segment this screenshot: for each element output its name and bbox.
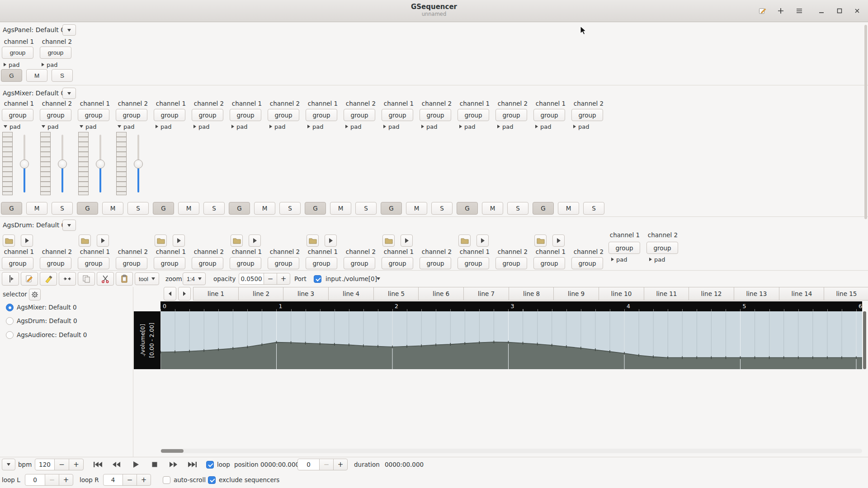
tab-line-10[interactable]: line 10 bbox=[599, 287, 644, 300]
mixer-pad-expander[interactable]: pad bbox=[156, 123, 171, 130]
mixer-volume-slider[interactable] bbox=[134, 132, 143, 195]
mixer-pad-expander[interactable]: pad bbox=[193, 123, 209, 130]
mixer-g-toggle[interactable]: G bbox=[457, 202, 478, 215]
drum-group-button[interactable]: group bbox=[40, 257, 71, 269]
mixer-s-toggle[interactable]: S bbox=[583, 202, 604, 215]
drum-play-button[interactable] bbox=[401, 235, 413, 247]
bpm-increment-button[interactable]: + bbox=[69, 459, 84, 470]
mixer-pad-expander[interactable]: pad bbox=[269, 123, 285, 130]
mixer-volume-slider[interactable] bbox=[96, 132, 105, 195]
mixer-group-button[interactable]: group bbox=[344, 109, 375, 121]
drum-group-button[interactable]: group bbox=[382, 257, 413, 269]
drum-open-button[interactable] bbox=[382, 235, 395, 247]
exclude-sequencers-checkbox[interactable] bbox=[208, 476, 216, 484]
mixer-group-button[interactable]: group bbox=[382, 109, 413, 121]
mixer-g-toggle[interactable]: G bbox=[305, 202, 326, 215]
cut-button[interactable] bbox=[97, 272, 114, 286]
mixer-s-toggle[interactable]: S bbox=[431, 202, 453, 215]
panel-menu-button[interactable] bbox=[62, 24, 76, 36]
drum-open-button[interactable] bbox=[79, 235, 91, 247]
drum-open-button[interactable] bbox=[307, 235, 319, 247]
drum-group-button[interactable]: group bbox=[306, 257, 337, 269]
rewind-button[interactable] bbox=[108, 459, 125, 470]
opacity-input[interactable]: 0.0500 bbox=[239, 273, 264, 285]
panel-g-toggle[interactable]: G bbox=[1, 69, 22, 82]
opacity-decrement-button[interactable]: − bbox=[264, 273, 277, 285]
mixer-volume-slider[interactable] bbox=[58, 132, 67, 195]
mixer-m-toggle[interactable]: M bbox=[406, 202, 427, 215]
mixer-group-button[interactable]: group bbox=[40, 109, 71, 121]
seek-end-button[interactable] bbox=[184, 459, 200, 470]
selector-item[interactable]: AgsMixer: Default 0 bbox=[0, 304, 131, 311]
maximize-button[interactable] bbox=[833, 5, 846, 17]
copy-button[interactable] bbox=[78, 272, 95, 286]
editor-vertical-scrollbar[interactable] bbox=[863, 311, 866, 369]
mixer-m-toggle[interactable]: M bbox=[26, 202, 47, 215]
mixer-pad-expander[interactable]: pad bbox=[4, 123, 20, 130]
position-input[interactable]: 0 bbox=[297, 459, 320, 470]
mixer-group-button[interactable]: group bbox=[116, 109, 147, 121]
opacity-increment-button[interactable]: + bbox=[277, 273, 290, 285]
mixer-pad-expander[interactable]: pad bbox=[231, 123, 247, 130]
tab-line-12[interactable]: line 12 bbox=[689, 287, 734, 300]
loop-r-increment-button[interactable]: + bbox=[137, 474, 151, 486]
mixer-g-toggle[interactable]: G bbox=[533, 202, 554, 215]
drum-group-button[interactable]: group bbox=[2, 257, 33, 269]
mixer-group-button[interactable]: group bbox=[458, 109, 489, 121]
mixer-group-button[interactable]: group bbox=[306, 109, 337, 121]
tab-line-7[interactable]: line 7 bbox=[463, 287, 509, 300]
mixer-group-button[interactable]: group bbox=[268, 109, 299, 121]
drum-play-button[interactable] bbox=[249, 235, 261, 247]
tab-line-13[interactable]: line 13 bbox=[734, 287, 779, 300]
close-button[interactable] bbox=[851, 5, 863, 17]
mixer-g-toggle[interactable]: G bbox=[77, 202, 98, 215]
mixer-group-button[interactable]: group bbox=[230, 109, 261, 121]
tabs-scroll-right-button[interactable] bbox=[178, 287, 191, 300]
mixer-pad-expander[interactable]: pad bbox=[80, 123, 96, 130]
drum-play-button[interactable] bbox=[476, 235, 489, 247]
drum-group-button[interactable]: group bbox=[458, 257, 489, 269]
menu-button[interactable] bbox=[793, 5, 806, 17]
selector-item[interactable]: AgsDrum: Default 0 bbox=[0, 317, 131, 325]
mixer-volume-slider[interactable] bbox=[20, 132, 29, 195]
tab-line-2[interactable]: line 2 bbox=[238, 287, 284, 300]
mixer-m-toggle[interactable]: M bbox=[254, 202, 275, 215]
loop-l-increment-button[interactable]: + bbox=[59, 474, 73, 486]
drum-open-button[interactable] bbox=[231, 235, 243, 247]
tab-line-6[interactable]: line 6 bbox=[418, 287, 464, 300]
position-tool-button[interactable] bbox=[2, 272, 19, 286]
volume-slider-handle[interactable] bbox=[134, 160, 143, 169]
mixer-pad-expander[interactable]: pad bbox=[383, 123, 399, 130]
editor-horizontal-scrollbar[interactable] bbox=[160, 449, 862, 453]
drum-menu-button[interactable] bbox=[62, 220, 76, 231]
panel-m-toggle[interactable]: M bbox=[26, 69, 47, 82]
bpm-decrement-button[interactable]: − bbox=[54, 459, 69, 470]
mixer-group-button[interactable]: group bbox=[495, 109, 527, 121]
mixer-m-toggle[interactable]: M bbox=[102, 202, 123, 215]
drum-group-button[interactable]: group bbox=[533, 257, 565, 269]
loop-l-decrement-button[interactable]: − bbox=[45, 474, 59, 486]
drum-play-button[interactable] bbox=[97, 235, 109, 247]
drum-play-button[interactable] bbox=[552, 235, 565, 247]
mixer-pad-expander[interactable]: pad bbox=[535, 123, 551, 130]
mixer-g-toggle[interactable]: G bbox=[381, 202, 402, 215]
select-tool-button[interactable] bbox=[59, 272, 76, 286]
zoom-dropdown[interactable]: 1:4 bbox=[183, 272, 206, 285]
mixer-pad-expander[interactable]: pad bbox=[421, 123, 437, 130]
mixer-s-toggle[interactable]: S bbox=[52, 202, 73, 215]
loop-r-input[interactable]: 4 bbox=[103, 474, 123, 486]
drum-group-button[interactable]: group bbox=[495, 257, 527, 269]
panel-s-toggle[interactable]: S bbox=[52, 69, 73, 82]
play-button[interactable] bbox=[127, 459, 144, 470]
tab-line-1[interactable]: line 1 bbox=[193, 287, 239, 300]
mixer-pad-expander[interactable]: pad bbox=[345, 123, 361, 130]
volume-slider-handle[interactable] bbox=[96, 160, 105, 169]
tool-dropdown[interactable]: tool bbox=[135, 272, 159, 285]
mixer-s-toggle[interactable]: S bbox=[355, 202, 377, 215]
add-machine-button[interactable] bbox=[774, 5, 787, 17]
mixer-menu-button[interactable] bbox=[62, 88, 76, 99]
automation-strip[interactable] bbox=[160, 311, 862, 369]
stop-button[interactable] bbox=[146, 459, 163, 470]
tab-line-8[interactable]: line 8 bbox=[509, 287, 554, 300]
mixer-pad-expander[interactable]: pad bbox=[42, 123, 58, 130]
